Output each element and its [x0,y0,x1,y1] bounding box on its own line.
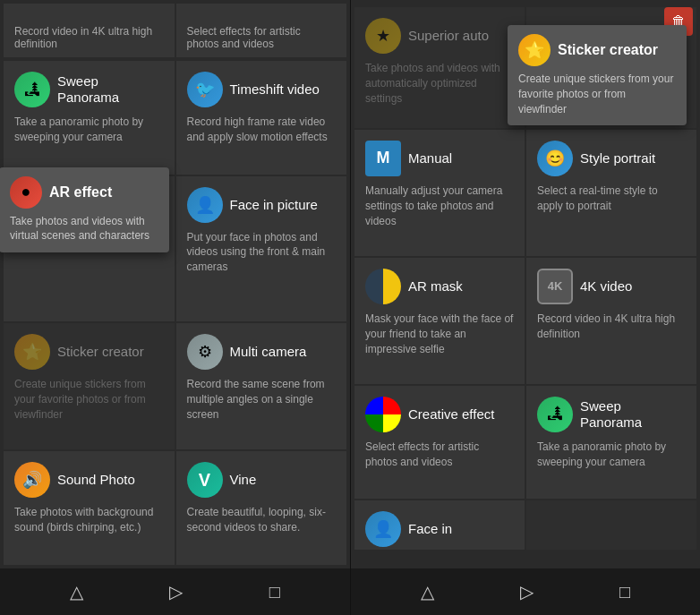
ar-mask-title: AR mask [408,278,463,295]
timeshift-desc: Record high frame rate video and apply s… [187,115,337,145]
timeshift-title: Timeshift video [230,81,320,98]
face-in-picture-item[interactable]: 👤 Face in picture Put your face in photo… [176,176,347,322]
face-in-partial-icon: 👤 [365,511,401,547]
sweep-panorama-right-item[interactable]: 🏞 Sweep Panorama Take a panoramic photo … [526,386,696,500]
4k-desc: Record video in 4K ultra high definition [537,312,686,342]
face-in-partial-title: Face in [408,521,452,537]
style-portrait-title: Style portrait [580,150,655,167]
sweep-panorama-right-icon: 🏞 [537,397,573,432]
sweep-panorama-header: 🏞 Sweep Panorama [14,72,164,107]
creative-effect-title: Creative effect [408,406,494,423]
sweep-panorama-icon: 🏞 [14,72,50,107]
sticker-creator-left-icon: ⭐ [14,334,50,370]
vine-title: Vine [230,472,257,488]
superior-auto-desc: Take photos and videos with automaticall… [365,61,514,106]
ar-effect-tooltip-header: ● AR effect [10,176,158,209]
partial-creative-top: Select effects for artistic photos and v… [176,4,347,57]
face-in-title: Face in picture [230,197,318,213]
sound-photo-title: Sound Photo [57,472,135,488]
ar-effect-tooltip: ● AR effect Take photos and videos with … [0,167,169,253]
style-portrait-icon: 😊 [537,141,573,176]
partial-4k-desc: Record video in 4K ultra high definition [14,25,164,50]
manual-icon: M [365,141,401,176]
style-portrait-header: 😊 Style portrait [537,141,686,176]
ar-mask-header: AR mask [365,269,514,304]
sticker-creator-left-title: Sticker creator [57,344,144,360]
creative-effect-item[interactable]: Creative effect Select effects for artis… [354,386,525,500]
face-in-desc: Put your face in photos and videos using… [187,230,337,275]
creative-effect-desc: Select effects for artistic photos and v… [365,440,514,470]
empty-partial-item [526,500,696,550]
sticker-creator-left-item[interactable]: ⭐ Sticker creator Create unique stickers… [4,323,175,449]
partial-creative-desc: Select effects for artistic photos and v… [187,25,337,50]
sticker-creator-tooltip: ⭐ Sticker creator Create unique stickers… [508,25,687,125]
face-in-header: 👤 Face in picture [187,187,337,223]
4k-title: 4K video [580,278,632,295]
creative-effect-header: Creative effect [365,397,514,432]
sweep-panorama-right-header: 🏞 Sweep Panorama [537,397,686,432]
right-nav-bar: △ ▷ □ [351,568,700,615]
multi-camera-title: Multi camera [230,344,307,360]
sticker-tooltip-title: Sticker creator [558,42,658,58]
left-grid: 🏞 Sweep Panorama Take a panoramic photo … [0,57,350,568]
left-nav-bar: △ ▷ □ [0,568,350,615]
sound-photo-item[interactable]: 🔊 Sound Photo Take photos with backgroun… [4,451,175,565]
left-home-button[interactable]: ▷ [162,574,190,610]
manual-header: M Manual [365,141,514,176]
sticker-creator-left-desc: Create unique stickers from your favorit… [14,377,164,422]
manual-title: Manual [408,150,452,167]
timeshift-video-item[interactable]: 🐦 Timeshift video Record high frame rate… [176,61,347,175]
manual-item[interactable]: M Manual Manually adjust your camera set… [354,130,525,256]
sweep-panorama-right-title: Sweep Panorama [580,398,686,431]
multi-camera-header: ⚙ Multi camera [187,334,337,370]
face-in-icon: 👤 [187,187,223,223]
manual-desc: Manually adjust your camera settings to … [365,184,514,228]
ar-effect-tooltip-desc: Take photos and videos with virtual scen… [10,214,158,244]
4k-icon: 4K [537,269,573,304]
creative-effect-icon [365,397,401,432]
4k-video-item[interactable]: 4K 4K video Record video in 4K ultra hig… [526,258,696,384]
sound-photo-header: 🔊 Sound Photo [14,462,164,498]
timeshift-icon: 🐦 [187,72,223,107]
superior-auto-title: Superior auto [408,28,489,44]
ar-mask-item[interactable]: AR mask Mask your face with the face of … [354,258,525,384]
ar-effect-item[interactable]: ● AR effect Take photos and videos with … [4,176,175,322]
left-recents-button[interactable]: □ [262,575,287,610]
vine-item[interactable]: V Vine Create beautiful, looping, six-se… [176,451,347,565]
style-portrait-item[interactable]: 😊 Style portrait Select a real-time styl… [526,130,696,256]
style-portrait-desc: Select a real-time style to apply to por… [537,184,686,214]
superior-auto-item[interactable]: ★ Superior auto Take photos and videos w… [354,7,525,128]
timeshift-header: 🐦 Timeshift video [187,72,337,107]
sweep-panorama-right-desc: Take a panoramic photo by sweeping your … [537,440,686,470]
ar-mask-desc: Mask your face with the face of your fri… [365,312,514,356]
vine-desc: Create beautiful, looping, six-second vi… [187,505,337,535]
multi-camera-desc: Record the same scene from multiple angl… [187,377,337,422]
sound-photo-desc: Take photos with background sound (birds… [14,505,164,535]
sweep-panorama-title: Sweep Panorama [57,73,164,106]
right-back-button[interactable]: △ [414,574,441,610]
ar-effect-tooltip-title: AR effect [49,184,112,201]
face-in-partial-header: 👤 Face in [365,511,514,547]
right-recents-button[interactable]: □ [612,575,637,610]
4k-header: 4K 4K video [537,269,686,304]
right-panel: 🗑 ⭐ Sticker creator Create unique sticke… [350,0,700,615]
left-panel: Record video in 4K ultra high definition… [0,0,350,615]
ar-mask-icon [365,269,401,304]
multi-camera-icon: ⚙ [187,334,223,370]
sticker-tooltip-header: ⭐ Sticker creator [518,34,676,66]
multi-camera-item[interactable]: ⚙ Multi camera Record the same scene fro… [176,323,347,449]
partial-4k-top: Record video in 4K ultra high definition [4,4,175,57]
vine-icon: V [187,462,223,498]
right-home-button[interactable]: ▷ [513,574,541,610]
sweep-panorama-desc: Take a panoramic photo by sweeping your … [14,115,164,145]
ar-effect-tooltip-icon: ● [10,176,42,209]
sticker-tooltip-desc: Create unique stickers from your favorit… [518,72,676,116]
face-in-partial-item[interactable]: 👤 Face in [354,500,525,550]
sweep-panorama-item[interactable]: 🏞 Sweep Panorama Take a panoramic photo … [4,61,175,175]
sticker-tooltip-icon: ⭐ [518,34,551,66]
superior-auto-icon: ★ [365,18,401,54]
superior-auto-header: ★ Superior auto [365,18,514,54]
sticker-creator-left-header: ⭐ Sticker creator [14,334,164,370]
left-back-button[interactable]: △ [63,574,90,610]
vine-header: V Vine [187,462,337,498]
